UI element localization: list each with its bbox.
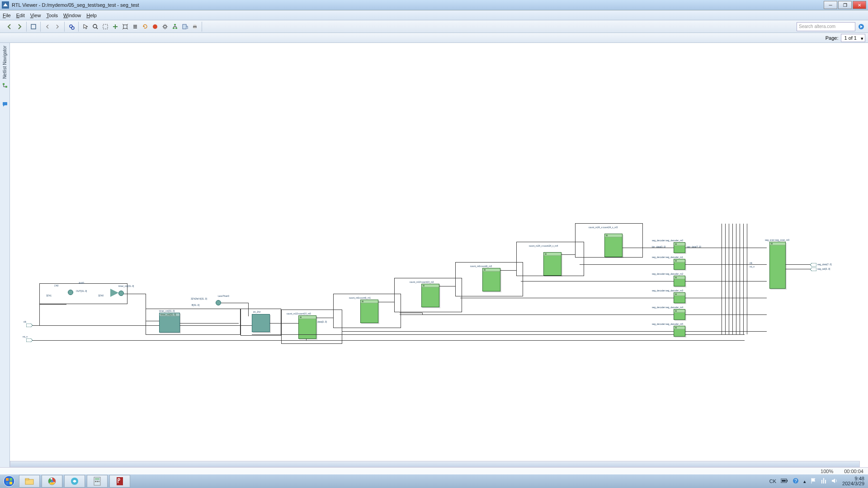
rail-chat-icon[interactable]: [2, 101, 8, 108]
dec4-label: seg_decoder:seg_decoder_m4: [652, 306, 683, 309]
svg-rect-20: [5, 86, 7, 88]
tray-help-icon[interactable]: ?: [793, 478, 799, 485]
lbl-b: B[31..0]: [192, 304, 199, 306]
tray-battery-icon[interactable]: [781, 479, 788, 484]
hierarchy-icon[interactable]: [171, 23, 179, 31]
block-dec4[interactable]: ⊞: [674, 309, 685, 320]
lbl-out: OUT[31..0]: [76, 290, 87, 292]
lessthan-node: [216, 300, 221, 305]
menu-file[interactable]: File: [3, 13, 11, 18]
tray-network-icon[interactable]: [821, 478, 827, 484]
taskbar: CK ? ▴ 9:48 2024/3/29: [0, 474, 868, 488]
svg-rect-35: [99, 481, 99, 482]
highlight-icon[interactable]: [151, 23, 159, 31]
block-dec2[interactable]: ⊞: [674, 276, 685, 286]
rail-tree-icon[interactable]: [2, 82, 8, 89]
list-icon[interactable]: [131, 23, 139, 31]
search-input[interactable]: Search altera.com: [797, 22, 855, 31]
start-button[interactable]: [0, 474, 18, 488]
taskbar-app1[interactable]: [64, 475, 85, 488]
block-scan[interactable]: ⊞: [769, 242, 786, 289]
scan-label: seg_scan:seg_scan_m0: [765, 239, 789, 241]
add0-label: Add0: [79, 282, 84, 284]
group-box-reg: [146, 309, 241, 335]
tray-volume-icon[interactable]: [831, 478, 838, 484]
group-cnt3: [455, 262, 523, 296]
svg-rect-15: [193, 24, 196, 26]
dec1-label: seg_decoder:seg_decoder_m1: [652, 256, 683, 258]
fit-icon[interactable]: [121, 23, 129, 31]
svg-rect-25: [9, 482, 12, 484]
block-dec1[interactable]: ⊞: [674, 259, 685, 270]
menu-view[interactable]: View: [30, 13, 41, 18]
new-window-icon[interactable]: [29, 23, 38, 31]
page-select[interactable]: 1 of 1 ▾: [841, 34, 865, 42]
nav-next-icon[interactable]: [53, 23, 61, 31]
timer-cnt-label: timer_cnt[31..0]: [118, 285, 134, 287]
status-time: 00:00:04: [844, 469, 863, 474]
dec0-label: seg_decoder:seg_decoder_m0: [652, 239, 683, 242]
svg-text:?: ?: [794, 478, 797, 483]
back-icon[interactable]: [5, 23, 14, 31]
taskbar-explorer[interactable]: [19, 475, 40, 488]
forward-icon[interactable]: [15, 23, 24, 31]
select-icon[interactable]: [81, 23, 90, 31]
svg-rect-11: [173, 28, 175, 29]
svg-rect-10: [174, 24, 176, 25]
menu-tools[interactable]: Tools: [46, 13, 58, 18]
taskbar-chrome[interactable]: [42, 475, 62, 488]
lbl-32h0: 32'h0: [98, 294, 104, 297]
port-clk: [26, 324, 31, 326]
minimize-button[interactable]: ─: [824, 1, 837, 9]
block-dec0[interactable]: ⊞: [674, 242, 685, 253]
svg-rect-23: [9, 478, 12, 481]
svg-rect-39: [782, 480, 786, 482]
netlist-navigator-label[interactable]: Netlist Navigator: [2, 46, 7, 79]
block-dec3[interactable]: ⊞: [674, 292, 685, 303]
search-go-icon[interactable]: [857, 23, 865, 31]
svg-point-9: [164, 25, 166, 28]
svg-rect-6: [103, 24, 108, 29]
group-cnt2: [394, 278, 462, 312]
svg-rect-34: [97, 481, 98, 482]
system-tray: CK ? ▴ 9:48 2024/3/29: [766, 476, 868, 486]
svg-rect-1: [31, 24, 36, 29]
page-toolbar: Page: 1 of 1 ▾: [0, 33, 868, 43]
tray-up-icon[interactable]: ▴: [803, 479, 806, 484]
buffer-out-node: [118, 291, 124, 296]
group-cnt5: [575, 223, 643, 258]
ime-indicator[interactable]: CK: [769, 479, 776, 484]
block-dec5[interactable]: ⊞: [674, 326, 685, 337]
svg-rect-32: [95, 478, 99, 480]
lbl-const: 32'h2faf A[31..0]: [191, 297, 207, 300]
schematic-canvas[interactable]: clk rst_n 1'h0 32'h1 OUT[31..0] 32'h0 Ad…: [10, 43, 868, 470]
refresh-icon[interactable]: [141, 23, 149, 31]
zoom-area-icon[interactable]: [101, 23, 109, 31]
tray-flag-icon[interactable]: [811, 478, 816, 485]
svg-point-3: [71, 27, 74, 29]
find-icon[interactable]: [67, 23, 75, 31]
menu-window[interactable]: Window: [63, 13, 81, 18]
left-rail: Netlist Navigator: [0, 43, 10, 470]
zoom-icon[interactable]: [91, 23, 99, 31]
svg-rect-22: [6, 478, 9, 481]
settings-icon[interactable]: [161, 23, 169, 31]
pan-icon[interactable]: [111, 23, 119, 31]
svg-rect-26: [25, 479, 33, 484]
tray-clock[interactable]: 9:48 2024/3/29: [842, 476, 864, 486]
svg-rect-19: [3, 83, 5, 85]
port-clk-label: clk: [24, 320, 26, 323]
lbl-h0: 1'h0: [54, 284, 58, 287]
horizontal-scrollbar[interactable]: [10, 461, 860, 467]
title-bar: RTL Viewer - D:/mydemo/05_seg_test/seg_t…: [0, 0, 868, 10]
close-button[interactable]: ✕: [853, 1, 866, 9]
nav-prev-icon[interactable]: [43, 23, 52, 31]
menu-edit[interactable]: Edit: [16, 13, 25, 18]
export-icon[interactable]: [181, 23, 189, 31]
print-icon[interactable]: [191, 23, 199, 31]
menu-help[interactable]: Help: [86, 13, 97, 18]
taskbar-pdf[interactable]: [109, 475, 130, 488]
maximize-button[interactable]: ❐: [838, 1, 852, 9]
taskbar-calculator[interactable]: [87, 475, 108, 488]
svg-rect-24: [6, 482, 9, 484]
